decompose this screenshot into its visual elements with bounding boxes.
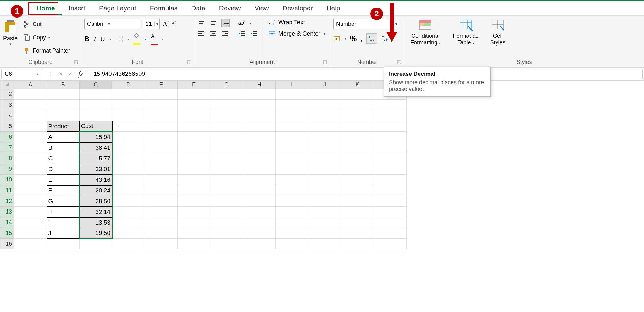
cell-C4[interactable] xyxy=(80,110,112,121)
cell-H12[interactable] xyxy=(243,196,276,207)
cell-L5[interactable] xyxy=(374,121,407,132)
cell-A5[interactable] xyxy=(14,121,47,132)
cell-H16[interactable] xyxy=(243,239,276,249)
col-header-J[interactable]: J xyxy=(308,81,341,89)
cell-H9[interactable] xyxy=(243,164,276,175)
col-header-E[interactable]: E xyxy=(145,81,178,89)
cell-F6[interactable] xyxy=(178,132,210,142)
cell-D13[interactable] xyxy=(112,207,145,217)
tab-review[interactable]: Review xyxy=(212,1,248,15)
paste-button[interactable]: Paste xyxy=(3,35,18,42)
cell-G2[interactable] xyxy=(210,89,243,100)
conditional-formatting-button[interactable]: Conditional Formatting ▾ xyxy=(408,19,443,46)
cell-L11[interactable] xyxy=(374,185,407,196)
cell-styles-button[interactable]: Cell Styles xyxy=(488,19,508,46)
cell-J13[interactable] xyxy=(308,207,341,217)
enter-formula-icon[interactable]: ✓ xyxy=(69,71,73,77)
row-header-14[interactable]: 14 xyxy=(0,217,14,228)
cell-D2[interactable] xyxy=(112,89,145,100)
cell-A9[interactable] xyxy=(14,164,47,175)
cell-A16[interactable] xyxy=(14,239,47,249)
row-header-4[interactable]: 4 xyxy=(0,110,14,121)
cell-E9[interactable] xyxy=(145,164,178,175)
cell-G8[interactable] xyxy=(210,153,243,164)
cell-A11[interactable] xyxy=(14,185,47,196)
col-header-G[interactable]: G xyxy=(210,81,243,89)
row-header-15[interactable]: 15 xyxy=(0,228,14,239)
cell-D16[interactable] xyxy=(112,239,145,249)
cell-D7[interactable] xyxy=(112,142,145,153)
cell-F9[interactable] xyxy=(178,164,210,175)
cell-L9[interactable] xyxy=(374,164,407,175)
cell-F5[interactable] xyxy=(178,121,210,132)
cell-D8[interactable] xyxy=(112,153,145,164)
cell-B14[interactable]: I xyxy=(47,217,80,228)
cell-I16[interactable] xyxy=(276,239,308,249)
cell-G12[interactable] xyxy=(210,196,243,207)
cell-E11[interactable] xyxy=(145,185,178,196)
cell-L4[interactable] xyxy=(374,110,407,121)
name-box[interactable]: C6▾ xyxy=(1,69,42,79)
align-middle-icon[interactable] xyxy=(209,19,218,27)
cell-L8[interactable] xyxy=(374,153,407,164)
col-header-K[interactable]: K xyxy=(341,81,374,89)
cell-I14[interactable] xyxy=(276,217,308,228)
cell-C14[interactable]: 13.53 xyxy=(80,217,112,228)
cut-button[interactable]: Cut xyxy=(22,20,71,28)
font-name-combo[interactable]: Calibri▾ xyxy=(84,19,140,29)
cell-H4[interactable] xyxy=(243,110,276,121)
cell-H2[interactable] xyxy=(243,89,276,100)
cell-D4[interactable] xyxy=(112,110,145,121)
cell-L10[interactable] xyxy=(374,175,407,185)
row-header-9[interactable]: 9 xyxy=(0,164,14,175)
cell-I5[interactable] xyxy=(276,121,308,132)
col-header-B[interactable]: B xyxy=(47,81,80,89)
fontcolor-dropdown[interactable]: ▾ xyxy=(162,37,164,41)
cell-I3[interactable] xyxy=(276,100,308,110)
cell-L7[interactable] xyxy=(374,142,407,153)
cell-C15[interactable]: 19.50 xyxy=(80,228,112,239)
cell-K8[interactable] xyxy=(341,153,374,164)
align-bottom-icon[interactable] xyxy=(221,19,230,27)
cell-G10[interactable] xyxy=(210,175,243,185)
cell-J16[interactable] xyxy=(308,239,341,249)
cell-I12[interactable] xyxy=(276,196,308,207)
tab-help[interactable]: Help xyxy=(319,1,347,15)
cell-A6[interactable] xyxy=(14,132,47,142)
cell-A8[interactable] xyxy=(14,153,47,164)
cell-B2[interactable] xyxy=(47,89,80,100)
cell-H11[interactable] xyxy=(243,185,276,196)
cell-B12[interactable]: G xyxy=(47,196,80,207)
cell-K10[interactable] xyxy=(341,175,374,185)
cell-E5[interactable] xyxy=(145,121,178,132)
cell-J11[interactable] xyxy=(308,185,341,196)
cell-C7[interactable]: 38.41 xyxy=(80,142,112,153)
cell-L13[interactable] xyxy=(374,207,407,217)
accounting-dropdown[interactable]: ▾ xyxy=(345,37,346,40)
cell-I10[interactable] xyxy=(276,175,308,185)
cell-I8[interactable] xyxy=(276,153,308,164)
fill-dropdown[interactable]: ▾ xyxy=(145,37,146,41)
cell-E12[interactable] xyxy=(145,196,178,207)
cell-L3[interactable] xyxy=(374,100,407,110)
cell-D3[interactable] xyxy=(112,100,145,110)
cell-J15[interactable] xyxy=(308,228,341,239)
cell-H5[interactable] xyxy=(243,121,276,132)
cell-I11[interactable] xyxy=(276,185,308,196)
cell-A3[interactable] xyxy=(14,100,47,110)
cell-J6[interactable] xyxy=(308,132,341,142)
cell-A15[interactable] xyxy=(14,228,47,239)
cell-B9[interactable]: D xyxy=(47,164,80,175)
formula-input[interactable]: 15.9407436258599 xyxy=(88,69,643,79)
fill-color-button[interactable] xyxy=(133,33,140,45)
cell-A4[interactable] xyxy=(14,110,47,121)
align-right-icon[interactable] xyxy=(221,30,230,38)
cell-D6[interactable] xyxy=(112,132,145,142)
cell-D15[interactable] xyxy=(112,228,145,239)
cell-B15[interactable]: J xyxy=(47,228,80,239)
cell-K11[interactable] xyxy=(341,185,374,196)
row-header-16[interactable]: 16 xyxy=(0,239,14,249)
font-launcher[interactable] xyxy=(187,60,192,65)
cell-C5[interactable]: Cost xyxy=(80,121,112,132)
cell-B5[interactable]: Product xyxy=(47,121,80,132)
